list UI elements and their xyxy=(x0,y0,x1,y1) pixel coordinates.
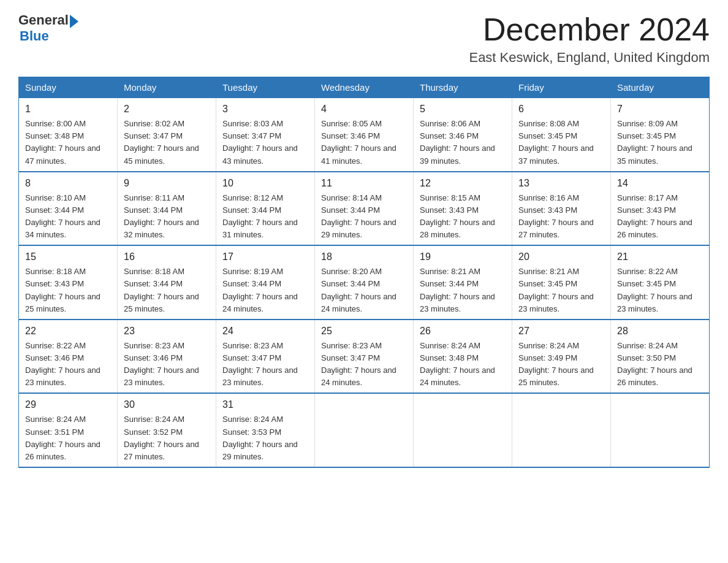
day-number: 25 xyxy=(321,324,407,339)
calendar-day-cell xyxy=(414,393,512,467)
calendar-day-cell: 24Sunrise: 8:23 AMSunset: 3:47 PMDayligh… xyxy=(216,320,315,394)
logo: General Blue xyxy=(18,12,78,44)
day-info: Sunrise: 8:24 AMSunset: 3:52 PMDaylight:… xyxy=(124,413,210,463)
day-number: 21 xyxy=(617,250,703,264)
col-monday: Monday xyxy=(118,77,216,98)
day-info: Sunrise: 8:08 AMSunset: 3:45 PMDaylight:… xyxy=(518,118,604,167)
day-number: 7 xyxy=(617,102,703,117)
col-saturday: Saturday xyxy=(611,77,710,98)
page-header: General Blue December 2024 East Keswick,… xyxy=(18,12,710,66)
calendar-week-row: 1Sunrise: 8:00 AMSunset: 3:48 PMDaylight… xyxy=(19,98,710,172)
day-info: Sunrise: 8:21 AMSunset: 3:45 PMDaylight:… xyxy=(518,266,604,315)
calendar-day-cell: 1Sunrise: 8:00 AMSunset: 3:48 PMDaylight… xyxy=(19,98,118,172)
day-info: Sunrise: 8:15 AMSunset: 3:43 PMDaylight:… xyxy=(420,192,506,242)
calendar-day-cell: 25Sunrise: 8:23 AMSunset: 3:47 PMDayligh… xyxy=(315,320,414,394)
day-info: Sunrise: 8:06 AMSunset: 3:46 PMDaylight:… xyxy=(420,118,506,167)
day-number: 19 xyxy=(420,250,506,264)
col-sunday: Sunday xyxy=(19,77,118,98)
page-subtitle: East Keswick, England, United Kingdom xyxy=(469,50,710,66)
calendar-day-cell: 10Sunrise: 8:12 AMSunset: 3:44 PMDayligh… xyxy=(216,172,315,246)
day-info: Sunrise: 8:21 AMSunset: 3:44 PMDaylight:… xyxy=(420,266,506,315)
day-info: Sunrise: 8:20 AMSunset: 3:44 PMDaylight:… xyxy=(321,266,407,315)
calendar-day-cell: 19Sunrise: 8:21 AMSunset: 3:44 PMDayligh… xyxy=(414,245,512,320)
calendar-day-cell: 21Sunrise: 8:22 AMSunset: 3:45 PMDayligh… xyxy=(611,245,710,320)
day-number: 18 xyxy=(321,250,407,264)
col-friday: Friday xyxy=(512,77,611,98)
day-number: 11 xyxy=(321,176,407,191)
day-info: Sunrise: 8:17 AMSunset: 3:43 PMDaylight:… xyxy=(617,192,703,242)
day-info: Sunrise: 8:24 AMSunset: 3:49 PMDaylight:… xyxy=(518,340,604,389)
day-info: Sunrise: 8:18 AMSunset: 3:43 PMDaylight:… xyxy=(25,266,111,315)
day-info: Sunrise: 8:24 AMSunset: 3:51 PMDaylight:… xyxy=(25,413,111,463)
calendar-day-cell: 6Sunrise: 8:08 AMSunset: 3:45 PMDaylight… xyxy=(512,98,611,172)
day-info: Sunrise: 8:24 AMSunset: 3:53 PMDaylight:… xyxy=(222,413,308,463)
day-number: 17 xyxy=(222,250,308,264)
day-number: 23 xyxy=(124,324,210,339)
day-info: Sunrise: 8:09 AMSunset: 3:45 PMDaylight:… xyxy=(617,118,703,167)
day-info: Sunrise: 8:11 AMSunset: 3:44 PMDaylight:… xyxy=(124,192,210,242)
day-info: Sunrise: 8:22 AMSunset: 3:45 PMDaylight:… xyxy=(617,266,703,315)
calendar-day-cell: 15Sunrise: 8:18 AMSunset: 3:43 PMDayligh… xyxy=(19,245,118,320)
day-number: 3 xyxy=(222,102,308,117)
title-block: December 2024 East Keswick, England, Uni… xyxy=(469,12,710,66)
day-number: 15 xyxy=(25,250,111,264)
calendar-table: Sunday Monday Tuesday Wednesday Thursday… xyxy=(18,77,710,468)
day-info: Sunrise: 8:05 AMSunset: 3:46 PMDaylight:… xyxy=(321,118,407,167)
day-number: 31 xyxy=(222,397,308,412)
logo-general-text: General xyxy=(18,12,69,28)
day-info: Sunrise: 8:24 AMSunset: 3:50 PMDaylight:… xyxy=(617,340,703,389)
calendar-day-cell: 28Sunrise: 8:24 AMSunset: 3:50 PMDayligh… xyxy=(611,320,710,394)
calendar-day-cell: 18Sunrise: 8:20 AMSunset: 3:44 PMDayligh… xyxy=(315,245,414,320)
day-number: 28 xyxy=(617,324,703,339)
calendar-day-cell xyxy=(315,393,414,467)
calendar-day-cell: 8Sunrise: 8:10 AMSunset: 3:44 PMDaylight… xyxy=(19,172,118,246)
col-thursday: Thursday xyxy=(414,77,512,98)
day-number: 8 xyxy=(25,176,111,191)
day-info: Sunrise: 8:03 AMSunset: 3:47 PMDaylight:… xyxy=(222,118,308,167)
calendar-day-cell: 12Sunrise: 8:15 AMSunset: 3:43 PMDayligh… xyxy=(414,172,512,246)
calendar-day-cell: 5Sunrise: 8:06 AMSunset: 3:46 PMDaylight… xyxy=(414,98,512,172)
calendar-day-cell: 16Sunrise: 8:18 AMSunset: 3:44 PMDayligh… xyxy=(118,245,216,320)
col-tuesday: Tuesday xyxy=(216,77,315,98)
day-info: Sunrise: 8:02 AMSunset: 3:47 PMDaylight:… xyxy=(124,118,210,167)
calendar-day-cell: 26Sunrise: 8:24 AMSunset: 3:48 PMDayligh… xyxy=(414,320,512,394)
calendar-week-row: 15Sunrise: 8:18 AMSunset: 3:43 PMDayligh… xyxy=(19,245,710,320)
day-info: Sunrise: 8:16 AMSunset: 3:43 PMDaylight:… xyxy=(518,192,604,242)
day-number: 30 xyxy=(124,397,210,412)
day-info: Sunrise: 8:12 AMSunset: 3:44 PMDaylight:… xyxy=(222,192,308,242)
calendar-week-row: 29Sunrise: 8:24 AMSunset: 3:51 PMDayligh… xyxy=(19,393,710,467)
day-number: 6 xyxy=(518,102,604,117)
day-info: Sunrise: 8:14 AMSunset: 3:44 PMDaylight:… xyxy=(321,192,407,242)
day-info: Sunrise: 8:24 AMSunset: 3:48 PMDaylight:… xyxy=(420,340,506,389)
calendar-header-row: Sunday Monday Tuesday Wednesday Thursday… xyxy=(19,77,710,98)
day-info: Sunrise: 8:23 AMSunset: 3:47 PMDaylight:… xyxy=(222,340,308,389)
calendar-day-cell: 2Sunrise: 8:02 AMSunset: 3:47 PMDaylight… xyxy=(118,98,216,172)
day-number: 29 xyxy=(25,397,111,412)
day-number: 22 xyxy=(25,324,111,339)
calendar-week-row: 8Sunrise: 8:10 AMSunset: 3:44 PMDaylight… xyxy=(19,172,710,246)
day-info: Sunrise: 8:19 AMSunset: 3:44 PMDaylight:… xyxy=(222,266,308,315)
day-number: 10 xyxy=(222,176,308,191)
day-info: Sunrise: 8:23 AMSunset: 3:47 PMDaylight:… xyxy=(321,340,407,389)
day-number: 4 xyxy=(321,102,407,117)
calendar-week-row: 22Sunrise: 8:22 AMSunset: 3:46 PMDayligh… xyxy=(19,320,710,394)
day-info: Sunrise: 8:18 AMSunset: 3:44 PMDaylight:… xyxy=(124,266,210,315)
calendar-day-cell: 4Sunrise: 8:05 AMSunset: 3:46 PMDaylight… xyxy=(315,98,414,172)
day-number: 24 xyxy=(222,324,308,339)
day-info: Sunrise: 8:22 AMSunset: 3:46 PMDaylight:… xyxy=(25,340,111,389)
calendar-day-cell: 31Sunrise: 8:24 AMSunset: 3:53 PMDayligh… xyxy=(216,393,315,467)
calendar-day-cell: 27Sunrise: 8:24 AMSunset: 3:49 PMDayligh… xyxy=(512,320,611,394)
calendar-day-cell: 22Sunrise: 8:22 AMSunset: 3:46 PMDayligh… xyxy=(19,320,118,394)
page-title: December 2024 xyxy=(469,12,710,47)
calendar-day-cell: 9Sunrise: 8:11 AMSunset: 3:44 PMDaylight… xyxy=(118,172,216,246)
calendar-day-cell: 3Sunrise: 8:03 AMSunset: 3:47 PMDaylight… xyxy=(216,98,315,172)
day-number: 26 xyxy=(420,324,506,339)
day-number: 12 xyxy=(420,176,506,191)
day-number: 27 xyxy=(518,324,604,339)
col-wednesday: Wednesday xyxy=(315,77,414,98)
day-number: 20 xyxy=(518,250,604,264)
day-info: Sunrise: 8:00 AMSunset: 3:48 PMDaylight:… xyxy=(25,118,111,167)
day-number: 14 xyxy=(617,176,703,191)
day-number: 9 xyxy=(124,176,210,191)
calendar-day-cell xyxy=(611,393,710,467)
